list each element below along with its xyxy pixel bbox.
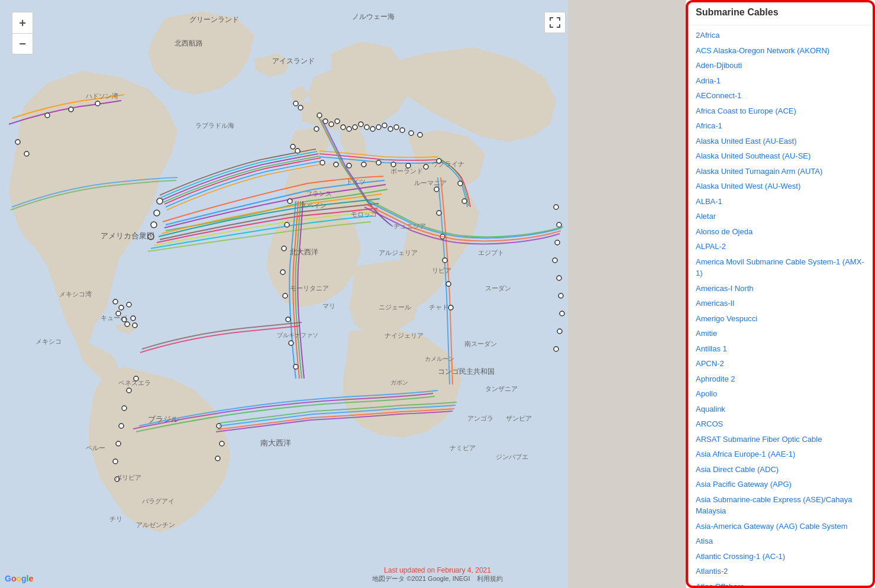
label-spain: スペイン [301, 201, 327, 210]
cable-list-item[interactable]: Atlas Offshore [686, 579, 875, 589]
label-mexico: メキシコ [35, 337, 62, 346]
cable-list-item[interactable]: Alaska United Turnagain Arm (AUTA) [686, 164, 875, 179]
cable-list-item[interactable]: Alonso de Ojeda [686, 224, 875, 240]
svg-point-81 [394, 125, 399, 130]
zoom-in-button[interactable]: + [12, 12, 33, 33]
label-zambia: ザンビア [506, 414, 532, 423]
svg-point-84 [418, 133, 422, 137]
svg-point-78 [376, 125, 381, 130]
map-attribution: Last updated on February 4, 2021 地図データ ©… [372, 566, 502, 583]
cable-list-item[interactable]: ACS Alaska-Oregon Network (AKORN) [686, 43, 875, 59]
cable-list-item[interactable]: Asia Pacific Gateway (APG) [686, 477, 875, 492]
label-drc: コンゴ民主共和国 [438, 367, 495, 377]
cable-list-item[interactable]: Apollo [686, 386, 875, 402]
label-paraguay: パラグアイ [142, 497, 175, 506]
cable-list-item[interactable]: ALPAL-2 [686, 239, 875, 254]
cable-list-item[interactable]: 2Africa [686, 28, 875, 43]
label-argentina: アルゼンチン [136, 521, 175, 529]
cable-list-item[interactable]: Americas-I North [686, 281, 875, 296]
label-algeria: アルジェリア [379, 248, 418, 257]
svg-point-80 [388, 127, 393, 131]
cable-list-item[interactable]: Atlantis-2 [686, 564, 875, 579]
cable-list-item[interactable]: Alaska United East (AU-East) [686, 134, 875, 149]
label-zimbabwe: ジンバブエ [496, 453, 528, 461]
cable-list-item[interactable]: Asia Africa Europe-1 (AAE-1) [686, 447, 875, 462]
svg-point-29 [437, 211, 441, 215]
svg-point-34 [113, 299, 118, 304]
cable-list-item[interactable]: Atisa [686, 534, 875, 549]
svg-point-18 [424, 164, 428, 169]
svg-point-67 [554, 347, 558, 351]
cable-list-item[interactable]: Africa-1 [686, 118, 875, 134]
cable-list-item[interactable]: Atlantic Crossing-1 (AC-1) [686, 549, 875, 564]
cable-list-item[interactable]: Alaska United West (AU-West) [686, 179, 875, 194]
svg-point-50 [219, 441, 224, 446]
cable-list-item[interactable]: Adria-1 [686, 73, 875, 89]
svg-point-64 [558, 293, 563, 298]
cable-list: 2AfricaACS Alaska-Oregon Network (AKORN)… [686, 25, 875, 588]
svg-point-71 [335, 119, 340, 124]
svg-point-4 [151, 222, 157, 228]
cable-list-item[interactable]: America Movil Submarine Cable System-1 (… [686, 254, 875, 281]
cable-list-item[interactable]: Aden-Djibouti [686, 58, 875, 73]
svg-point-12 [334, 162, 338, 167]
svg-point-26 [289, 341, 293, 345]
svg-point-76 [364, 125, 369, 130]
label-chile: チリ [109, 515, 122, 524]
label-brazil: ブラジル [148, 414, 179, 425]
cable-list-item[interactable]: Americas-II [686, 296, 875, 311]
svg-point-60 [557, 222, 561, 227]
label-gabon: ガボン [390, 379, 408, 387]
svg-point-45 [119, 424, 124, 428]
label-venezuela: ベネズエラ [118, 379, 151, 387]
cable-list-item[interactable]: Amerigo Vespucci [686, 311, 875, 327]
svg-point-52 [45, 113, 50, 118]
svg-point-83 [409, 131, 414, 135]
cable-list-item[interactable]: ALBA-1 [686, 194, 875, 209]
svg-point-24 [283, 293, 288, 298]
label-namibia: ナミビア [450, 444, 476, 453]
last-updated-label: Last updated on February 4, 2021 [372, 566, 502, 574]
cable-list-item[interactable]: Aqualink [686, 402, 875, 417]
fullscreen-button[interactable] [544, 12, 566, 33]
cable-list-item[interactable]: ARCOS [686, 416, 875, 432]
label-morocco: モロッコ [351, 210, 377, 219]
sidebar-title: Submarine Cables [686, 0, 875, 25]
label-burkina: ブルキナファソ [277, 331, 318, 340]
label-mexico-gulf: メキシコ湾 [59, 290, 92, 299]
svg-point-32 [446, 282, 451, 286]
cable-list-item[interactable]: ARSAT Submarine Fiber Optic Cable [686, 432, 875, 447]
label-egypt: エジプト [478, 248, 504, 257]
svg-point-7 [298, 105, 303, 110]
svg-point-57 [458, 181, 463, 186]
svg-point-14 [361, 162, 366, 167]
svg-point-39 [131, 316, 135, 321]
cable-list-item[interactable]: APCN-2 [686, 356, 875, 371]
label-south-atlantic: 南大西洋 [260, 438, 291, 448]
cable-list-item[interactable]: Asia Direct Cable (ADC) [686, 462, 875, 477]
cable-list-item[interactable]: Africa Coast to Europe (ACE) [686, 104, 875, 119]
svg-point-53 [69, 107, 73, 112]
label-south-sudan: 南スーダン [464, 340, 497, 348]
svg-point-72 [341, 125, 346, 130]
cable-list-item[interactable]: Aletar [686, 209, 875, 224]
svg-point-6 [293, 101, 298, 106]
label-greenland: グリーンランド [189, 15, 239, 25]
cable-list-item[interactable]: Amitie [686, 326, 875, 341]
label-cuba: キューバ [101, 314, 127, 322]
svg-point-51 [215, 456, 220, 461]
label-angola: アンゴラ [467, 414, 493, 423]
svg-point-3 [154, 210, 160, 216]
svg-point-16 [391, 162, 396, 167]
cable-list-item[interactable]: Asia-America Gateway (AAG) Cable System [686, 519, 875, 534]
cable-list-item[interactable]: Asia Submarine-cable Express (ASE)/Cahay… [686, 492, 875, 519]
cable-list-item[interactable]: Antillas 1 [686, 341, 875, 357]
svg-point-79 [382, 123, 387, 128]
svg-point-20 [288, 199, 292, 203]
zoom-out-button[interactable]: − [12, 33, 33, 54]
cable-list-item[interactable]: AEConnect-1 [686, 88, 875, 104]
cable-list-item[interactable]: Alaska United Southeast (AU-SE) [686, 148, 875, 164]
svg-point-61 [555, 240, 560, 245]
svg-point-31 [443, 258, 447, 263]
cable-list-item[interactable]: Aphrodite 2 [686, 371, 875, 387]
